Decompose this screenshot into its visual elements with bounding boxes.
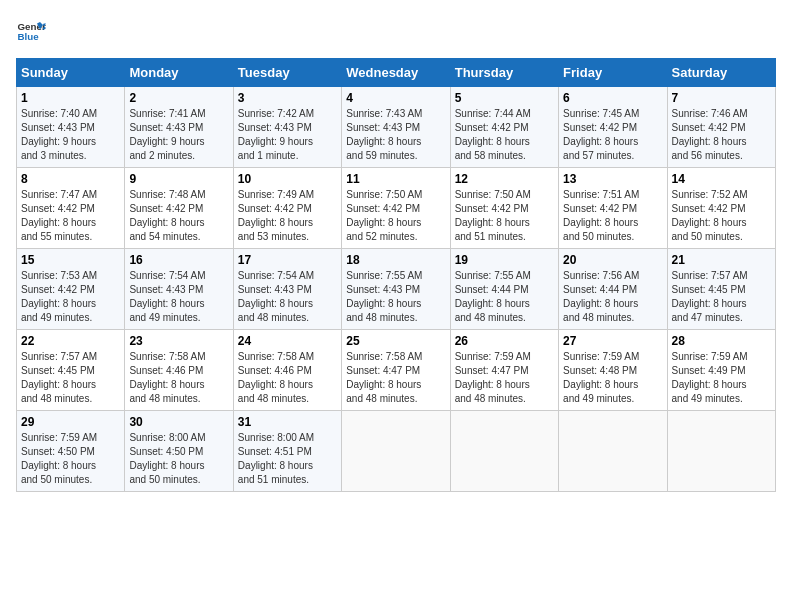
day-number: 21 xyxy=(672,253,771,267)
day-cell: 28Sunrise: 7:59 AM Sunset: 4:49 PM Dayli… xyxy=(667,330,775,411)
day-cell: 1Sunrise: 7:40 AM Sunset: 4:43 PM Daylig… xyxy=(17,87,125,168)
day-cell: 10Sunrise: 7:49 AM Sunset: 4:42 PM Dayli… xyxy=(233,168,341,249)
svg-text:Blue: Blue xyxy=(18,31,40,42)
day-cell: 18Sunrise: 7:55 AM Sunset: 4:43 PM Dayli… xyxy=(342,249,450,330)
header-wednesday: Wednesday xyxy=(342,59,450,87)
day-info: Sunrise: 7:43 AM Sunset: 4:43 PM Dayligh… xyxy=(346,107,445,163)
day-cell xyxy=(667,411,775,492)
day-number: 16 xyxy=(129,253,228,267)
day-cell: 19Sunrise: 7:55 AM Sunset: 4:44 PM Dayli… xyxy=(450,249,558,330)
day-cell xyxy=(342,411,450,492)
day-number: 14 xyxy=(672,172,771,186)
day-cell: 2Sunrise: 7:41 AM Sunset: 4:43 PM Daylig… xyxy=(125,87,233,168)
day-cell: 3Sunrise: 7:42 AM Sunset: 4:43 PM Daylig… xyxy=(233,87,341,168)
header-friday: Friday xyxy=(559,59,667,87)
day-number: 6 xyxy=(563,91,662,105)
day-number: 27 xyxy=(563,334,662,348)
header-thursday: Thursday xyxy=(450,59,558,87)
day-info: Sunrise: 7:58 AM Sunset: 4:47 PM Dayligh… xyxy=(346,350,445,406)
day-number: 13 xyxy=(563,172,662,186)
day-info: Sunrise: 7:59 AM Sunset: 4:48 PM Dayligh… xyxy=(563,350,662,406)
day-cell: 31Sunrise: 8:00 AM Sunset: 4:51 PM Dayli… xyxy=(233,411,341,492)
day-cell: 16Sunrise: 7:54 AM Sunset: 4:43 PM Dayli… xyxy=(125,249,233,330)
day-number: 12 xyxy=(455,172,554,186)
day-cell: 26Sunrise: 7:59 AM Sunset: 4:47 PM Dayli… xyxy=(450,330,558,411)
day-cell: 12Sunrise: 7:50 AM Sunset: 4:42 PM Dayli… xyxy=(450,168,558,249)
day-number: 2 xyxy=(129,91,228,105)
day-number: 17 xyxy=(238,253,337,267)
day-cell: 14Sunrise: 7:52 AM Sunset: 4:42 PM Dayli… xyxy=(667,168,775,249)
day-info: Sunrise: 7:53 AM Sunset: 4:42 PM Dayligh… xyxy=(21,269,120,325)
day-cell: 5Sunrise: 7:44 AM Sunset: 4:42 PM Daylig… xyxy=(450,87,558,168)
day-info: Sunrise: 7:49 AM Sunset: 4:42 PM Dayligh… xyxy=(238,188,337,244)
day-number: 15 xyxy=(21,253,120,267)
day-info: Sunrise: 7:54 AM Sunset: 4:43 PM Dayligh… xyxy=(129,269,228,325)
day-number: 23 xyxy=(129,334,228,348)
day-info: Sunrise: 7:58 AM Sunset: 4:46 PM Dayligh… xyxy=(238,350,337,406)
header-sunday: Sunday xyxy=(17,59,125,87)
day-cell: 24Sunrise: 7:58 AM Sunset: 4:46 PM Dayli… xyxy=(233,330,341,411)
day-info: Sunrise: 7:45 AM Sunset: 4:42 PM Dayligh… xyxy=(563,107,662,163)
logo: General Blue xyxy=(16,16,52,46)
day-info: Sunrise: 7:44 AM Sunset: 4:42 PM Dayligh… xyxy=(455,107,554,163)
day-number: 26 xyxy=(455,334,554,348)
calendar-table: SundayMondayTuesdayWednesdayThursdayFrid… xyxy=(16,58,776,492)
day-cell: 4Sunrise: 7:43 AM Sunset: 4:43 PM Daylig… xyxy=(342,87,450,168)
day-cell: 25Sunrise: 7:58 AM Sunset: 4:47 PM Dayli… xyxy=(342,330,450,411)
day-cell: 17Sunrise: 7:54 AM Sunset: 4:43 PM Dayli… xyxy=(233,249,341,330)
day-cell: 21Sunrise: 7:57 AM Sunset: 4:45 PM Dayli… xyxy=(667,249,775,330)
day-number: 10 xyxy=(238,172,337,186)
day-number: 8 xyxy=(21,172,120,186)
day-info: Sunrise: 7:47 AM Sunset: 4:42 PM Dayligh… xyxy=(21,188,120,244)
day-cell: 30Sunrise: 8:00 AM Sunset: 4:50 PM Dayli… xyxy=(125,411,233,492)
header: General Blue xyxy=(16,16,776,46)
day-number: 5 xyxy=(455,91,554,105)
day-cell: 6Sunrise: 7:45 AM Sunset: 4:42 PM Daylig… xyxy=(559,87,667,168)
day-cell: 15Sunrise: 7:53 AM Sunset: 4:42 PM Dayli… xyxy=(17,249,125,330)
day-info: Sunrise: 7:42 AM Sunset: 4:43 PM Dayligh… xyxy=(238,107,337,163)
day-number: 7 xyxy=(672,91,771,105)
day-cell: 22Sunrise: 7:57 AM Sunset: 4:45 PM Dayli… xyxy=(17,330,125,411)
week-row-2: 8Sunrise: 7:47 AM Sunset: 4:42 PM Daylig… xyxy=(17,168,776,249)
day-number: 30 xyxy=(129,415,228,429)
day-info: Sunrise: 7:51 AM Sunset: 4:42 PM Dayligh… xyxy=(563,188,662,244)
day-number: 22 xyxy=(21,334,120,348)
day-number: 28 xyxy=(672,334,771,348)
day-cell: 27Sunrise: 7:59 AM Sunset: 4:48 PM Dayli… xyxy=(559,330,667,411)
week-row-4: 22Sunrise: 7:57 AM Sunset: 4:45 PM Dayli… xyxy=(17,330,776,411)
day-info: Sunrise: 7:59 AM Sunset: 4:50 PM Dayligh… xyxy=(21,431,120,487)
day-info: Sunrise: 7:46 AM Sunset: 4:42 PM Dayligh… xyxy=(672,107,771,163)
day-info: Sunrise: 7:56 AM Sunset: 4:44 PM Dayligh… xyxy=(563,269,662,325)
day-number: 20 xyxy=(563,253,662,267)
day-cell xyxy=(450,411,558,492)
day-info: Sunrise: 7:55 AM Sunset: 4:44 PM Dayligh… xyxy=(455,269,554,325)
day-info: Sunrise: 8:00 AM Sunset: 4:51 PM Dayligh… xyxy=(238,431,337,487)
logo-icon: General Blue xyxy=(16,16,46,46)
day-cell: 9Sunrise: 7:48 AM Sunset: 4:42 PM Daylig… xyxy=(125,168,233,249)
day-number: 19 xyxy=(455,253,554,267)
day-cell: 23Sunrise: 7:58 AM Sunset: 4:46 PM Dayli… xyxy=(125,330,233,411)
day-info: Sunrise: 7:52 AM Sunset: 4:42 PM Dayligh… xyxy=(672,188,771,244)
day-number: 9 xyxy=(129,172,228,186)
day-info: Sunrise: 7:50 AM Sunset: 4:42 PM Dayligh… xyxy=(455,188,554,244)
day-info: Sunrise: 7:59 AM Sunset: 4:47 PM Dayligh… xyxy=(455,350,554,406)
day-cell: 7Sunrise: 7:46 AM Sunset: 4:42 PM Daylig… xyxy=(667,87,775,168)
day-info: Sunrise: 7:54 AM Sunset: 4:43 PM Dayligh… xyxy=(238,269,337,325)
day-cell xyxy=(559,411,667,492)
day-info: Sunrise: 7:48 AM Sunset: 4:42 PM Dayligh… xyxy=(129,188,228,244)
day-info: Sunrise: 7:57 AM Sunset: 4:45 PM Dayligh… xyxy=(21,350,120,406)
day-number: 25 xyxy=(346,334,445,348)
header-tuesday: Tuesday xyxy=(233,59,341,87)
day-info: Sunrise: 8:00 AM Sunset: 4:50 PM Dayligh… xyxy=(129,431,228,487)
header-saturday: Saturday xyxy=(667,59,775,87)
day-info: Sunrise: 7:58 AM Sunset: 4:46 PM Dayligh… xyxy=(129,350,228,406)
day-info: Sunrise: 7:50 AM Sunset: 4:42 PM Dayligh… xyxy=(346,188,445,244)
day-number: 4 xyxy=(346,91,445,105)
day-info: Sunrise: 7:40 AM Sunset: 4:43 PM Dayligh… xyxy=(21,107,120,163)
day-cell: 11Sunrise: 7:50 AM Sunset: 4:42 PM Dayli… xyxy=(342,168,450,249)
day-number: 24 xyxy=(238,334,337,348)
day-number: 1 xyxy=(21,91,120,105)
day-number: 18 xyxy=(346,253,445,267)
day-number: 31 xyxy=(238,415,337,429)
week-row-3: 15Sunrise: 7:53 AM Sunset: 4:42 PM Dayli… xyxy=(17,249,776,330)
